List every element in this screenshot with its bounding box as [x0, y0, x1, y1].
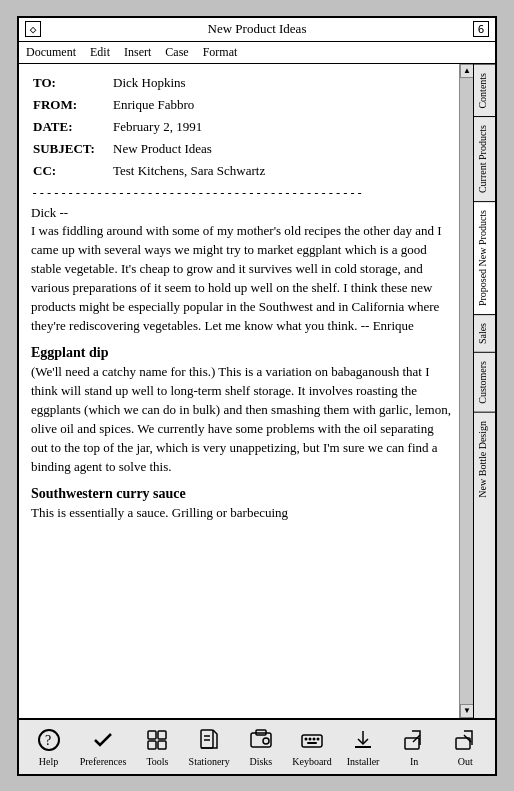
document-area: TO: Dick Hopkins FROM: Enrique Fabbro DA…	[19, 64, 459, 718]
header-to-row: TO: Dick Hopkins	[31, 72, 453, 94]
svg-rect-20	[405, 738, 419, 749]
scrollbar[interactable]: ▲ ▼	[459, 64, 473, 718]
cc-value: Test Kitchens, Sara Schwartz	[111, 160, 453, 182]
svg-text:?: ?	[45, 733, 51, 748]
from-label: FROM:	[31, 94, 111, 116]
toolbar-disks[interactable]: Disks	[241, 726, 281, 767]
main-window: ◇ New Product Ideas 6 Document Edit Inse…	[17, 16, 497, 776]
window-title: New Product Ideas	[41, 21, 473, 37]
tab-sales[interactable]: Sales	[474, 314, 495, 352]
subject-label: SUBJECT:	[31, 138, 111, 160]
tab-current-products[interactable]: Current Products	[474, 116, 495, 201]
toolbar-preferences[interactable]: Preferences	[80, 726, 127, 767]
toolbar-stationery[interactable]: Stationery	[189, 726, 230, 767]
svg-rect-4	[148, 741, 156, 749]
toolbar: ? Help Preferences Tools	[19, 718, 495, 774]
menu-insert[interactable]: Insert	[121, 44, 154, 61]
out-label: Out	[458, 756, 473, 767]
section-heading-curry: Southwestern curry sauce	[31, 486, 453, 502]
preferences-icon	[89, 726, 117, 754]
document-scroll[interactable]: TO: Dick Hopkins FROM: Enrique Fabbro DA…	[19, 64, 459, 718]
scroll-up-arrow[interactable]: ▲	[460, 64, 474, 78]
title-bar: ◇ New Product Ideas 6	[19, 18, 495, 42]
toolbar-help[interactable]: ? Help	[29, 726, 69, 767]
keyboard-icon	[298, 726, 326, 754]
scroll-down-arrow[interactable]: ▼	[460, 704, 474, 718]
installer-label: Installer	[347, 756, 380, 767]
keyboard-label: Keyboard	[292, 756, 331, 767]
memo-header: TO: Dick Hopkins FROM: Enrique Fabbro DA…	[31, 72, 453, 182]
help-icon: ?	[35, 726, 63, 754]
disks-label: Disks	[249, 756, 272, 767]
menu-format[interactable]: Format	[200, 44, 241, 61]
toolbar-in[interactable]: In	[394, 726, 434, 767]
header-from-row: FROM: Enrique Fabbro	[31, 94, 453, 116]
out-icon	[451, 726, 479, 754]
tabs-panel: Contents Current Products Proposed New P…	[473, 64, 495, 718]
menu-edit[interactable]: Edit	[87, 44, 113, 61]
disks-icon	[247, 726, 275, 754]
divider: ----------------------------------------…	[31, 186, 453, 200]
scroll-track[interactable]	[460, 78, 473, 704]
date-label: DATE:	[31, 116, 111, 138]
from-value: Enrique Fabbro	[111, 94, 453, 116]
section-heading-eggplant: Eggplant dip	[31, 345, 453, 361]
content-wrapper: TO: Dick Hopkins FROM: Enrique Fabbro DA…	[19, 64, 495, 718]
svg-rect-5	[158, 741, 166, 749]
tab-customers[interactable]: Customers	[474, 352, 495, 412]
preferences-label: Preferences	[80, 756, 127, 767]
svg-rect-12	[302, 735, 322, 747]
to-label: TO:	[31, 72, 111, 94]
section-eggplant: Eggplant dip (We'll need a catchy name f…	[31, 345, 453, 476]
svg-rect-3	[158, 731, 166, 739]
installer-icon	[349, 726, 377, 754]
tab-proposed-new-products[interactable]: Proposed New Products	[474, 201, 495, 314]
in-icon	[400, 726, 428, 754]
toolbar-installer[interactable]: Installer	[343, 726, 383, 767]
header-date-row: DATE: February 2, 1991	[31, 116, 453, 138]
toolbar-keyboard[interactable]: Keyboard	[292, 726, 332, 767]
menu-case[interactable]: Case	[162, 44, 191, 61]
header-subject-row: SUBJECT: New Product Ideas	[31, 138, 453, 160]
section-content-eggplant: (We'll need a catchy name for this.) Thi…	[31, 363, 453, 476]
tab-contents[interactable]: Contents	[474, 64, 495, 117]
help-label: Help	[39, 756, 58, 767]
subject-value: New Product Ideas	[111, 138, 453, 160]
stationery-icon	[195, 726, 223, 754]
svg-point-11	[263, 738, 269, 744]
body-intro: Dick -- I was fiddling around with some …	[31, 204, 453, 336]
page-indicator: 6	[473, 21, 489, 37]
date-value: February 2, 1991	[111, 116, 453, 138]
svg-rect-2	[148, 731, 156, 739]
tools-icon	[143, 726, 171, 754]
toolbar-out[interactable]: Out	[445, 726, 485, 767]
in-label: In	[410, 756, 418, 767]
header-cc-row: CC: Test Kitchens, Sara Schwartz	[31, 160, 453, 182]
menu-bar: Document Edit Insert Case Format	[19, 42, 495, 64]
section-curry: Southwestern curry sauce This is essenti…	[31, 486, 453, 523]
section-content-curry: This is essentially a sauce. Grilling or…	[31, 504, 453, 523]
tab-new-bottle-design[interactable]: New Bottle Design	[474, 412, 495, 506]
menu-document[interactable]: Document	[23, 44, 79, 61]
stationery-label: Stationery	[189, 756, 230, 767]
cc-label: CC:	[31, 160, 111, 182]
window-close-box[interactable]: ◇	[25, 21, 41, 37]
to-value: Dick Hopkins	[111, 72, 453, 94]
toolbar-tools[interactable]: Tools	[137, 726, 177, 767]
tools-label: Tools	[146, 756, 168, 767]
svg-rect-6	[201, 730, 213, 748]
